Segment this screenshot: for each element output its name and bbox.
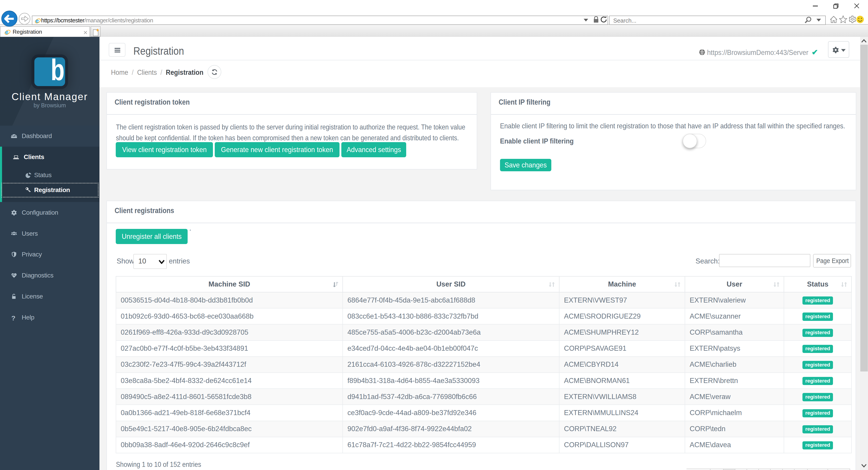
svg-text:e: e	[5, 29, 8, 35]
svg-text:e: e	[35, 18, 39, 24]
